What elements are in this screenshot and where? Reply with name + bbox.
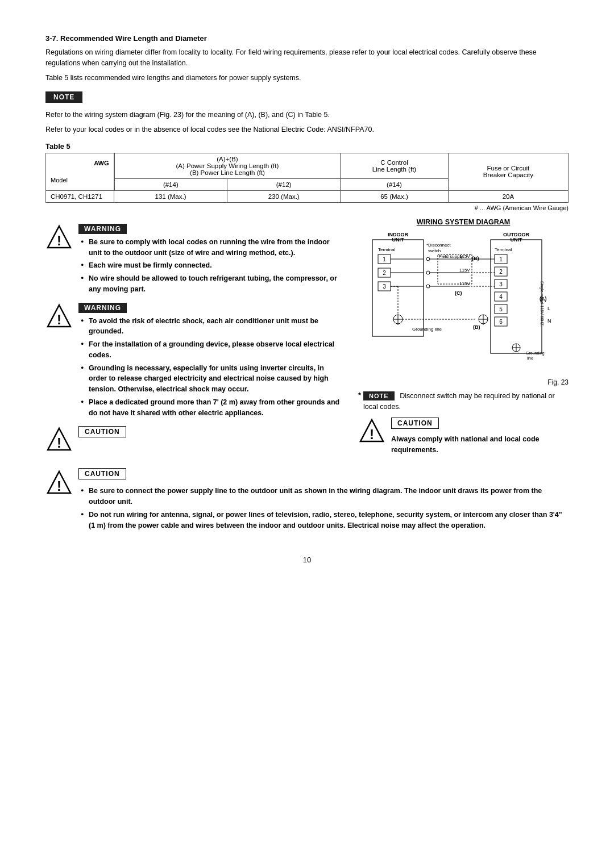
caution-bottom-content: CAUTION Be sure to connect the power sup… (78, 468, 569, 533)
th-control: C Control Line Length (ft) (341, 153, 448, 178)
wiring-diagram-title: WIRING SYSTEM DIAGRAM (358, 218, 569, 226)
ps-cell: 230 (Max.) (227, 190, 341, 202)
svg-point-26 (426, 271, 430, 274)
note-text2: Refer to your local codes or in the abse… (45, 124, 569, 135)
th-14b: (#14) (341, 178, 448, 190)
svg-text:115V: 115V (459, 268, 470, 273)
svg-text:2: 2 (383, 270, 386, 276)
svg-text:!: ! (57, 435, 61, 450)
warning1-label: WARNING (78, 224, 127, 234)
fig-label: Fig. 23 (358, 378, 569, 386)
warning2-content: WARNING To avoid the risk of electric sh… (78, 303, 341, 421)
page-number: 10 (45, 556, 569, 564)
svg-text:5: 5 (499, 306, 503, 312)
section-title: 3-7. Recommended Wire Length and Diamete… (45, 34, 569, 43)
svg-text:N: N (547, 318, 551, 324)
wire-table: AWG Model (A)+(B) (A) Power Supply Wirin… (45, 153, 569, 203)
note-label-top: NOTE (45, 91, 82, 103)
list-item: Each wire must be firmly connected. (81, 260, 341, 271)
svg-text:UNIT: UNIT (511, 237, 522, 243)
svg-text:(C): (C) (455, 290, 462, 296)
star-symbol: * (358, 391, 361, 399)
th-awg: AWG (51, 160, 109, 166)
svg-text:(B): (B) (472, 256, 479, 261)
svg-point-20 (426, 257, 430, 261)
svg-text:line: line (527, 356, 533, 360)
svg-text:UNIT: UNIT (392, 237, 404, 243)
warning2-container: ! WARNING To avoid the risk of electric … (45, 303, 341, 421)
caution-right-container: ! CAUTION Always comply with national an… (358, 418, 569, 460)
svg-text:3: 3 (383, 283, 386, 290)
warning1-content: WARNING Be sure to comply with local cod… (78, 224, 341, 297)
list-item: Do not run wiring for antenna, signal, o… (81, 510, 569, 531)
caution-left-icon: ! (45, 426, 73, 453)
caution-right-label: CAUTION (391, 418, 439, 429)
warning2-icon: ! (45, 303, 73, 330)
col-right: WIRING SYSTEM DIAGRAM INDOOR UNIT Termin… (358, 218, 569, 463)
th-fuse: Fuse or Circuit Breaker Capacity (448, 153, 568, 190)
svg-text:switch: switch (428, 248, 441, 253)
list-item: No wire should be allowed to touch refri… (81, 273, 341, 295)
svg-text:(B): (B) (473, 324, 480, 330)
th-12: (#12) (227, 178, 341, 190)
svg-text:Terminal: Terminal (378, 247, 395, 252)
apb-cell: 131 (Max.) (114, 190, 227, 202)
list-item: To avoid the risk of electric shock, eac… (81, 316, 341, 337)
list-item: Grounding is necessary, especially for u… (81, 363, 341, 395)
list-item: Be sure to connect the power supply line… (81, 486, 569, 507)
svg-text:!: ! (57, 312, 61, 327)
svg-text:*Disconnect: *Disconnect (426, 243, 451, 248)
svg-rect-37 (491, 240, 542, 353)
table-intro: Table 5 lists recommended wire lengths a… (45, 73, 569, 84)
star-note-container: * NOTE Disconnect switch may be required… (358, 391, 569, 413)
svg-text:2: 2 (499, 269, 503, 275)
intro-text: Regulations on wiring diameter differ fr… (45, 47, 569, 69)
star-note-label-box: NOTE Disconnect switch may be required b… (363, 391, 569, 413)
svg-text:Terminal: Terminal (495, 247, 512, 252)
svg-text:3: 3 (499, 281, 503, 287)
caution-right-content: CAUTION Always comply with national and … (391, 418, 569, 460)
svg-text:Single model 115V 60HZ: Single model 115V 60HZ (540, 281, 544, 326)
caution-bottom-label: CAUTION (78, 468, 126, 479)
table-section: Table 5 AWG Model (A)+(B) (A) Power Supp… (45, 142, 569, 211)
th-model: Model (51, 177, 109, 183)
table-label: Table 5 (45, 142, 569, 151)
svg-text:Grounding: Grounding (526, 351, 545, 356)
star-note-label: NOTE (363, 391, 395, 400)
svg-text:1: 1 (383, 256, 386, 262)
warning2-label: WARNING (78, 303, 127, 313)
list-item: For the installation of a grounding devi… (81, 339, 341, 361)
caution-right-text: Always comply with national and local co… (391, 434, 569, 456)
fuse-cell: 20A (448, 190, 568, 202)
warning1-list: Be sure to comply with local codes on ru… (78, 237, 341, 295)
table-row: CH0971, CH1271 131 (Max.) 230 (Max.) 65 … (46, 190, 569, 202)
list-item: Place a dedicated ground more than 7' (2… (81, 397, 341, 419)
svg-text:L: L (547, 306, 550, 311)
note-text1: Refer to the wiring system diagram (Fig.… (45, 110, 569, 120)
svg-text:6: 6 (499, 319, 503, 325)
wiring-diagram-svg: INDOOR UNIT Terminal 1 2 3 *Disconnect s… (367, 229, 560, 377)
warning2-list: To avoid the risk of electric shock, eac… (78, 316, 341, 419)
svg-text:!: ! (57, 233, 61, 248)
svg-text:4: 4 (499, 294, 503, 300)
svg-text:!: ! (370, 427, 374, 442)
caution-left-content: CAUTION (78, 426, 126, 440)
caution-bottom-container: ! CAUTION Be sure to connect the power s… (45, 468, 569, 533)
th-power: (A)+(B) (A) Power Supply Wiring Length (… (114, 153, 341, 178)
svg-text:Grounding line: Grounding line (412, 327, 442, 332)
model-cell: CH0971, CH1271 (46, 190, 114, 202)
svg-text:115V: 115V (459, 281, 470, 286)
caution-left-label: CAUTION (78, 426, 126, 437)
caution-right-icon: ! (358, 418, 385, 445)
svg-text:!: ! (57, 478, 61, 494)
th-14a: (#14) (114, 178, 227, 190)
list-item: Be sure to comply with local codes on ru… (81, 237, 341, 258)
table-note: # ... AWG (American Wire Gauge) (45, 205, 569, 211)
caution-bottom-list: Be sure to connect the power supply line… (78, 486, 569, 531)
warning1-icon: ! (45, 224, 73, 251)
svg-point-31 (426, 285, 430, 288)
warning1-container: ! WARNING Be sure to comply with local c… (45, 224, 341, 297)
ctrl-cell: 65 (Max.) (341, 190, 448, 202)
two-col-layout: ! WARNING Be sure to comply with local c… (45, 218, 569, 463)
col-left: ! WARNING Be sure to comply with local c… (45, 218, 341, 463)
